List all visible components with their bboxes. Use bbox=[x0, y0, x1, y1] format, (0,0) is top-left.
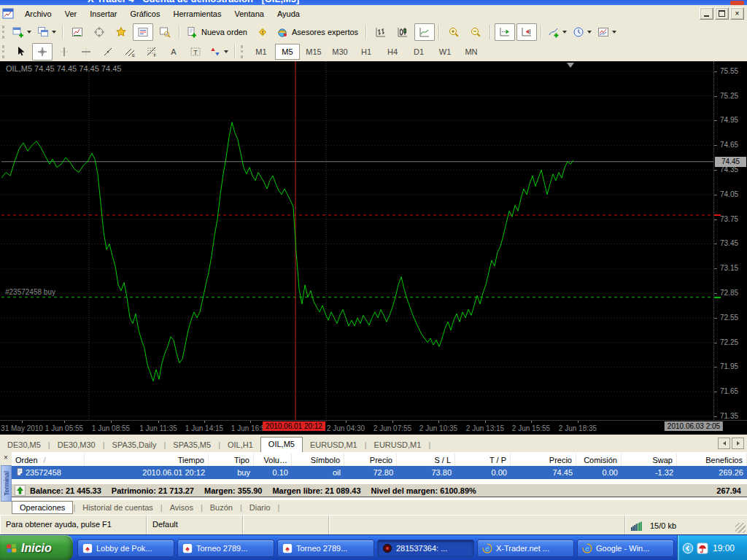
arrows-dropdown-arrow[interactable] bbox=[224, 50, 228, 53]
task-button-3[interactable]: ♠Torneo 2789... bbox=[277, 540, 374, 557]
menu-archivo[interactable]: Archivo bbox=[18, 7, 58, 20]
column-header-comisin[interactable]: Comisión bbox=[576, 454, 622, 466]
chart-tab-eurusd-m1[interactable]: EURUSD,M1 bbox=[367, 438, 429, 452]
crosshair-target-button[interactable] bbox=[89, 23, 109, 41]
periods-button[interactable] bbox=[570, 23, 594, 41]
favorites-button[interactable] bbox=[111, 23, 131, 41]
expert-warning-button[interactable]: ! bbox=[252, 23, 273, 41]
new-chart-dropdown-arrow[interactable] bbox=[27, 31, 31, 34]
horizontal-line-button[interactable] bbox=[76, 43, 96, 61]
chart-tab-de30-m30[interactable]: DE30,M30 bbox=[50, 438, 103, 452]
templates-button[interactable] bbox=[595, 23, 619, 41]
column-header-swap[interactable]: Swap bbox=[622, 454, 677, 466]
column-header-smbolo[interactable]: Símbolo bbox=[292, 454, 344, 466]
expert-advisors-button[interactable]: Asesores expertos bbox=[274, 23, 362, 41]
resize-grip[interactable] bbox=[735, 523, 746, 533]
timeframe-h1[interactable]: H1 bbox=[354, 44, 379, 60]
indicators-dropdown-arrow[interactable] bbox=[562, 31, 567, 34]
column-header-sl[interactable]: S / L bbox=[397, 454, 455, 466]
task-button-2[interactable]: ♠Torneo 2789... bbox=[177, 540, 274, 557]
new-order-button[interactable]: Nueva orden bbox=[184, 23, 251, 41]
time-axis[interactable]: 31 May 20101 Jun 05:551 Jun 08:551 Jun 1… bbox=[0, 420, 747, 435]
task-button-4[interactable]: 281537364: ... bbox=[377, 540, 474, 557]
text-button[interactable]: A bbox=[163, 43, 184, 61]
column-header-tiempo[interactable]: Tiempo bbox=[85, 454, 209, 466]
minimize-window-button[interactable] bbox=[700, 7, 713, 20]
profiles-dropdown-arrow[interactable] bbox=[52, 31, 56, 34]
order-row[interactable]: 235724582010.06.01 20:12buy0.10oil72.807… bbox=[12, 466, 747, 479]
timeframe-m30[interactable]: M30 bbox=[328, 44, 352, 60]
vertical-line-button[interactable] bbox=[54, 43, 74, 61]
tab-scroll-left-button[interactable] bbox=[718, 438, 730, 449]
crosshair-tool-button[interactable] bbox=[32, 43, 53, 61]
trend-line-button[interactable] bbox=[98, 43, 118, 61]
chart-tab-eurusd-m1[interactable]: EURUSD,M1 bbox=[303, 438, 365, 452]
terminal-tab-buz-n[interactable]: Buzón bbox=[203, 502, 240, 513]
menu-insertar[interactable]: Insertar bbox=[83, 7, 123, 20]
candlestick-chart-button[interactable] bbox=[392, 23, 413, 41]
column-header-precio[interactable]: Precio bbox=[511, 454, 576, 466]
title-bar[interactable]: X-Trader 4 - Cuenta de demostración - [O… bbox=[0, 0, 747, 5]
timeframe-h4[interactable]: H4 bbox=[380, 44, 405, 60]
task-button-5[interactable]: eX-Trader.net ... bbox=[477, 540, 574, 557]
timeframe-m1[interactable]: M1 bbox=[249, 44, 274, 60]
text-label-button[interactable]: T bbox=[185, 43, 206, 61]
column-header-volu[interactable]: Volu… bbox=[254, 454, 292, 466]
chart-tab-oil-h1[interactable]: OIL,H1 bbox=[220, 438, 260, 452]
menu-ver[interactable]: Ver bbox=[58, 7, 84, 20]
chart-plot[interactable]: OIL,M5 74.45 74.45 74.45 74.45#23572458 … bbox=[1, 61, 713, 421]
arrows-button[interactable] bbox=[207, 43, 231, 61]
equidistant-channel-button[interactable]: E bbox=[120, 43, 140, 61]
column-header-orden[interactable]: Orden/ bbox=[12, 454, 85, 466]
chart-area[interactable]: OIL,M5 74.45 74.45 74.45 74.45#23572458 … bbox=[0, 61, 747, 435]
terminal-panel-tab[interactable]: Terminal bbox=[1, 465, 12, 502]
tray-chevron-icon[interactable] bbox=[682, 542, 694, 554]
chart-shift-button[interactable] bbox=[516, 23, 537, 41]
column-header-precio[interactable]: Precio bbox=[344, 454, 397, 466]
start-button[interactable]: Inicio bbox=[0, 535, 73, 560]
tab-scroll-right-button[interactable] bbox=[732, 438, 744, 449]
terminal-tab-avisos[interactable]: Avisos bbox=[163, 502, 201, 513]
chart-tab-de30-m5[interactable]: DE30,M5 bbox=[0, 438, 48, 452]
periods-dropdown-arrow[interactable] bbox=[587, 31, 592, 34]
timeframe-mn[interactable]: MN bbox=[459, 44, 484, 60]
menu-herramientas[interactable]: Herramientas bbox=[166, 7, 228, 20]
column-header-tipo[interactable]: Tipo bbox=[209, 454, 254, 466]
new-chart-button[interactable] bbox=[10, 23, 34, 41]
templates-dropdown-arrow[interactable] bbox=[612, 31, 616, 34]
price-axis[interactable]: 75.5575.2574.9574.6574.3574.0573.7573.45… bbox=[713, 61, 747, 420]
navigator-button[interactable] bbox=[155, 23, 175, 41]
chart-tab-spa35-m5[interactable]: SPA35,M5 bbox=[166, 438, 218, 452]
task-button-1[interactable]: ♠Lobby de Pok... bbox=[77, 540, 174, 557]
terminal-tab-diario[interactable]: Diario bbox=[242, 502, 278, 513]
menu-grficos[interactable]: Gráficos bbox=[124, 7, 167, 20]
indicators-button[interactable] bbox=[546, 23, 569, 41]
chart-tab-oil-m5[interactable]: OIL,M5 bbox=[260, 437, 303, 453]
timeframe-m5[interactable]: M5 bbox=[275, 44, 300, 60]
terminal-tab-operaciones[interactable]: Operaciones bbox=[12, 501, 73, 514]
column-header-beneficios[interactable]: Beneficios bbox=[677, 454, 747, 466]
bars-chart-button[interactable] bbox=[371, 23, 391, 41]
menu-ventana[interactable]: Ventana bbox=[228, 7, 271, 20]
column-header-tp[interactable]: T / P bbox=[455, 454, 511, 466]
market-watch-button[interactable] bbox=[133, 23, 153, 41]
price-chart[interactable] bbox=[1, 61, 713, 420]
tick-chart-button[interactable] bbox=[67, 23, 88, 41]
terminal-close-button[interactable]: × bbox=[1, 454, 10, 462]
close-window-button[interactable]: × bbox=[730, 7, 744, 20]
restore-window-button[interactable] bbox=[715, 7, 729, 20]
status-profile[interactable]: Default bbox=[146, 516, 242, 535]
chart-tab-spa35-daily[interactable]: SPA35,Daily bbox=[105, 438, 164, 452]
terminal-tab-historial-de-cuentas[interactable]: Historial de cuentas bbox=[75, 502, 160, 513]
line-chart-button[interactable] bbox=[414, 23, 435, 41]
fibonacci-button[interactable]: F bbox=[142, 43, 162, 61]
timeframe-m15[interactable]: M15 bbox=[301, 44, 326, 60]
menu-ayuda[interactable]: Ayuda bbox=[271, 7, 306, 20]
task-button-6[interactable]: eGoogle - Win... bbox=[577, 540, 674, 557]
zoom-out-button[interactable] bbox=[465, 23, 486, 41]
zoom-in-button[interactable] bbox=[444, 23, 464, 41]
timeframe-w1[interactable]: W1 bbox=[433, 44, 457, 60]
avira-antivirus-icon[interactable] bbox=[697, 542, 708, 554]
tray-clock[interactable]: 19:00 bbox=[713, 543, 735, 553]
auto-scroll-button[interactable] bbox=[495, 23, 515, 41]
